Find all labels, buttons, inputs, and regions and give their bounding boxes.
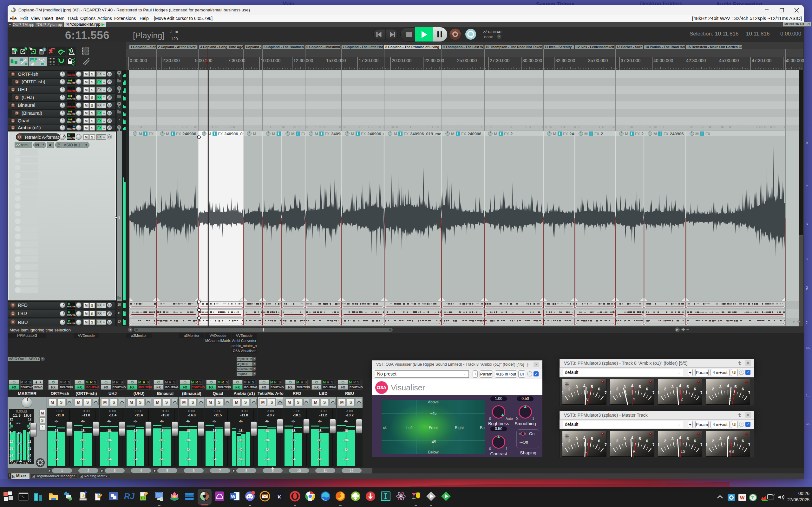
- svg-text:FX: FX: [635, 132, 640, 136]
- svg-text:1: 1: [706, 390, 708, 395]
- svg-text:W: W: [740, 495, 745, 500]
- svg-text:3: 3: [671, 436, 673, 441]
- svg-text:LS: LS: [681, 449, 686, 454]
- svg-text:M: M: [351, 131, 354, 136]
- svg-text:i: i: [457, 132, 458, 135]
- svg-text:3: 3: [671, 384, 673, 389]
- svg-text:5: 5: [687, 384, 689, 389]
- svg-text:3: 3: [575, 384, 577, 389]
- svg-text:M: M: [139, 131, 142, 136]
- svg-text:7: 7: [605, 442, 606, 447]
- svg-text:R: R: [633, 449, 636, 454]
- svg-text:M: M: [584, 131, 588, 136]
- svg-text:i: i: [298, 132, 299, 135]
- svg-text:3: 3: [623, 436, 625, 441]
- svg-text:i: i: [44, 48, 45, 51]
- svg-text:Y: Y: [633, 397, 635, 402]
- svg-text:M: M: [494, 131, 497, 136]
- svg-text:7: 7: [748, 442, 750, 447]
- svg-text:M: M: [625, 131, 628, 136]
- svg-text:ll++: ll++: [141, 497, 146, 500]
- svg-text:2: 2: [664, 439, 666, 443]
- svg-text:6: 6: [694, 387, 696, 391]
- svg-text:1: 1: [658, 442, 660, 447]
- svg-text:i: i: [145, 132, 146, 135]
- svg-text:7: 7: [748, 390, 750, 395]
- svg-text:5: 5: [734, 436, 737, 441]
- svg-text:FX: FX: [664, 132, 668, 136]
- svg-text:M: M: [451, 131, 455, 136]
- svg-text:2: 2: [712, 387, 714, 391]
- svg-text:7: 7: [653, 390, 654, 395]
- svg-text:3: 3: [719, 436, 721, 441]
- svg-text:1: 1: [562, 390, 564, 395]
- svg-text:i: i: [660, 132, 661, 135]
- svg-text:i: i: [278, 132, 279, 135]
- svg-text:M: M: [291, 131, 295, 136]
- svg-text:M: M: [166, 131, 169, 136]
- svg-text:FX: FX: [325, 132, 329, 136]
- svg-text:M: M: [553, 131, 556, 136]
- svg-text:M: M: [315, 131, 318, 136]
- svg-text:7: 7: [700, 442, 702, 447]
- svg-text:FX: FX: [705, 132, 710, 136]
- svg-text:i: i: [702, 132, 703, 135]
- svg-text:2: 2: [664, 387, 666, 391]
- svg-text:4: 4: [727, 383, 729, 388]
- svg-text:M: M: [272, 131, 275, 136]
- svg-text:FX: FX: [149, 132, 154, 136]
- svg-text:i: i: [172, 132, 173, 135]
- svg-text:5: 5: [639, 384, 641, 389]
- svg-text:6: 6: [646, 439, 648, 443]
- svg-text:W: W: [231, 494, 236, 499]
- svg-text:5: 5: [687, 436, 689, 441]
- svg-text:1: 1: [706, 442, 708, 447]
- svg-text:RJ: RJ: [124, 492, 135, 501]
- svg-text:1: 1: [610, 390, 612, 395]
- svg-text:i: i: [321, 132, 322, 135]
- svg-text:3: 3: [719, 384, 721, 389]
- svg-text:FX: FX: [361, 132, 366, 136]
- svg-text:L: L: [585, 449, 587, 454]
- svg-text:2: 2: [568, 439, 571, 443]
- svg-text:4: 4: [583, 383, 586, 388]
- svg-text:5: 5: [591, 436, 593, 441]
- svg-text:?: ?: [751, 495, 754, 500]
- svg-text:X: X: [728, 397, 731, 402]
- svg-text:2: 2: [568, 387, 571, 391]
- svg-text:C:\_: C:\_: [20, 495, 24, 498]
- svg-text:7: 7: [605, 390, 606, 395]
- svg-text:FX: FX: [504, 132, 509, 136]
- svg-text:6: 6: [646, 387, 648, 391]
- svg-text:6: 6: [598, 439, 600, 443]
- svg-text:7: 7: [653, 442, 654, 447]
- svg-text:1: 1: [562, 442, 564, 447]
- svg-text:3: 3: [575, 436, 577, 441]
- svg-text:M: M: [208, 131, 211, 136]
- svg-text:M: M: [394, 131, 397, 136]
- svg-text:6: 6: [598, 387, 600, 391]
- svg-text:6: 6: [694, 439, 696, 443]
- svg-text:RS: RS: [728, 449, 734, 454]
- svg-text:i: i: [214, 132, 215, 135]
- svg-text:FX: FX: [461, 132, 466, 136]
- svg-text:5: 5: [639, 436, 641, 441]
- svg-text:4: 4: [679, 383, 681, 388]
- svg-text:Z: Z: [681, 397, 683, 402]
- svg-text:1: 1: [658, 390, 660, 395]
- svg-text:2: 2: [616, 439, 618, 443]
- svg-text:i: i: [591, 132, 592, 135]
- svg-text:2...: 2...: [601, 131, 606, 136]
- svg-text:W: W: [585, 397, 589, 402]
- svg-text:FX: FX: [176, 132, 181, 136]
- svg-text:V.: V.: [277, 494, 282, 499]
- svg-text:6: 6: [742, 439, 744, 443]
- svg-text:M: M: [253, 131, 256, 136]
- svg-text:i: i: [400, 132, 401, 135]
- svg-text:FX: FX: [404, 132, 409, 136]
- svg-text:7: 7: [700, 390, 702, 395]
- svg-text:6: 6: [742, 387, 744, 391]
- svg-text:FX: FX: [563, 132, 568, 136]
- svg-text:FX: FX: [218, 132, 223, 136]
- svg-text:2...: 2...: [510, 131, 516, 136]
